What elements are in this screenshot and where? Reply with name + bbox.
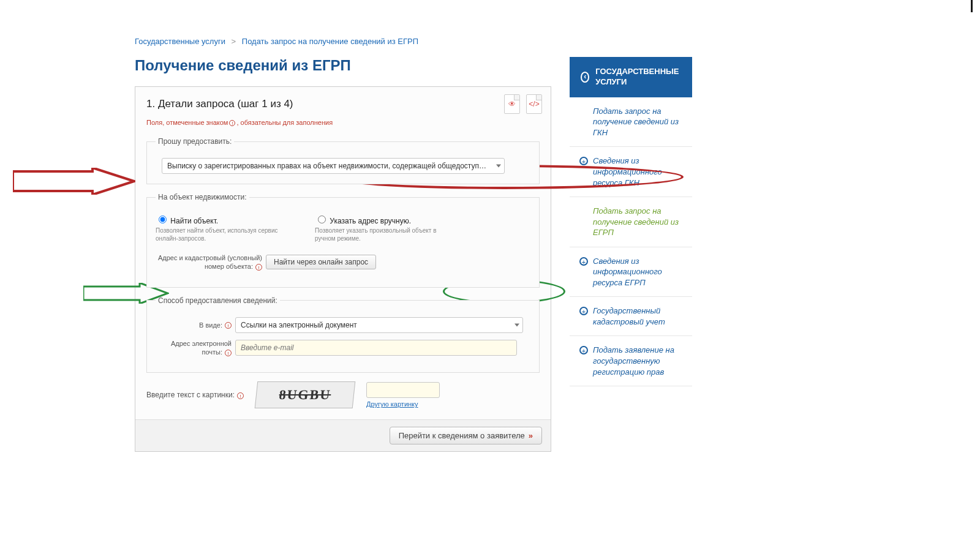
required-icon: !	[255, 264, 262, 271]
radio-find-object[interactable]: Найти объект.	[156, 217, 218, 225]
sidebar-item-5[interactable]: +Подать заявление на государственную рег…	[570, 336, 692, 386]
delivery-legend: Способ предоставления сведений:	[156, 296, 280, 305]
captcha-refresh-link[interactable]: Другую картинку	[366, 400, 440, 408]
object-group: На объект недвижимости: Найти объект. По…	[146, 193, 540, 288]
captcha-image: 8UGBU	[255, 381, 356, 408]
sidebar-item-label: Подать заявление на государственную реги…	[593, 345, 682, 377]
plus-icon: +	[579, 257, 588, 266]
plus-icon: +	[579, 346, 588, 354]
sidebar-item-3[interactable]: +Сведения из информационного ресурса ЕГР…	[570, 247, 692, 298]
back-icon: ‹	[581, 72, 589, 83]
provide-legend: Прошу предоставить:	[156, 137, 234, 146]
annotation-red-arrow	[13, 168, 135, 195]
required-note: Поля, отмеченные знаком!, обязательны дл…	[146, 119, 540, 126]
sidebar-item-label: Подать запрос на получение сведений из Е…	[593, 206, 682, 238]
breadcrumb: Государственные услуги > Подать запрос н…	[135, 37, 845, 46]
plus-icon: +	[579, 307, 588, 315]
format-label: В виде:!	[156, 321, 235, 329]
delivery-group: Способ предоставления сведений: В виде:!…	[146, 296, 540, 373]
radio-find-input[interactable]	[159, 216, 167, 223]
sidebar-item-1[interactable]: +Сведения из информационного ресурса ГКН	[570, 147, 692, 197]
email-label: Адрес электронной почты:!	[156, 339, 235, 357]
sidebar-item-label: Сведения из информационного ресурса ГКН	[593, 156, 682, 188]
breadcrumb-current[interactable]: Подать запрос на получение сведений из Е…	[242, 37, 418, 46]
document-type-select[interactable]: Выписку о зарегистрированных правах на о…	[162, 158, 505, 174]
address-label: Адрес и кадастровый (условный) номер объ…	[156, 253, 266, 271]
object-legend: На объект недвижимости:	[156, 193, 249, 201]
plus-icon: +	[579, 157, 588, 165]
sidebar-list: +Подать запрос на получение сведений из …	[570, 97, 692, 386]
sidebar-header[interactable]: ‹ ГОСУДАРСТВЕННЫЕ УСЛУГИ	[570, 57, 692, 97]
chevron-down-icon	[496, 165, 501, 168]
breadcrumb-root[interactable]: Государственные услуги	[135, 37, 225, 46]
sidebar-item-label: Сведения из информационного ресурса ЕГРП	[593, 256, 682, 288]
captcha-input[interactable]	[366, 382, 440, 398]
corner-mark	[971, 0, 973, 12]
email-input[interactable]	[235, 340, 517, 356]
form-panel: 👁 </> 1. Детали запроса (шаг 1 из 4) Пол…	[135, 86, 551, 452]
find-online-button[interactable]: Найти через онлайн запрос	[266, 255, 376, 269]
chevron-down-icon	[514, 323, 519, 326]
provide-group: Прошу предоставить: Выписку о зарегистри…	[146, 137, 540, 184]
svg-marker-0	[13, 168, 134, 195]
next-step-button[interactable]: Перейти к сведениям о заявителе»	[390, 427, 542, 444]
radio-manual-input[interactable]	[318, 216, 326, 223]
view-doc-icon[interactable]: 👁	[504, 94, 520, 114]
sidebar-item-0[interactable]: +Подать запрос на получение сведений из …	[570, 97, 692, 148]
format-select[interactable]: Ссылки на электронный документ	[235, 317, 523, 333]
sidebar-item-2[interactable]: +Подать запрос на получение сведений из …	[570, 197, 692, 247]
radio-manual-hint: Позволяет указать произвольный объект в …	[315, 227, 450, 242]
required-icon: !	[237, 392, 244, 399]
radio-manual-address[interactable]: Указать адрес вручную.	[315, 217, 411, 225]
sidebar-item-4[interactable]: +Государственный кадастровый учет	[570, 297, 692, 336]
page-title: Получение сведений из ЕГРП	[135, 57, 551, 74]
xml-doc-icon[interactable]: </>	[526, 94, 542, 114]
sidebar-item-label: Подать запрос на получение сведений из Г…	[593, 106, 682, 138]
captcha-label: Введите текст с картинки:!	[146, 391, 244, 399]
radio-find-hint: Позволяет найти объект, используя сервис…	[156, 227, 290, 242]
required-icon: !	[225, 350, 232, 356]
step-title: 1. Детали запроса (шаг 1 из 4)	[146, 98, 540, 110]
required-icon: !	[225, 322, 232, 329]
arrow-right-icon: »	[529, 431, 533, 440]
breadcrumb-sep: >	[232, 37, 236, 46]
sidebar-item-label: Государственный кадастровый учет	[593, 305, 682, 327]
